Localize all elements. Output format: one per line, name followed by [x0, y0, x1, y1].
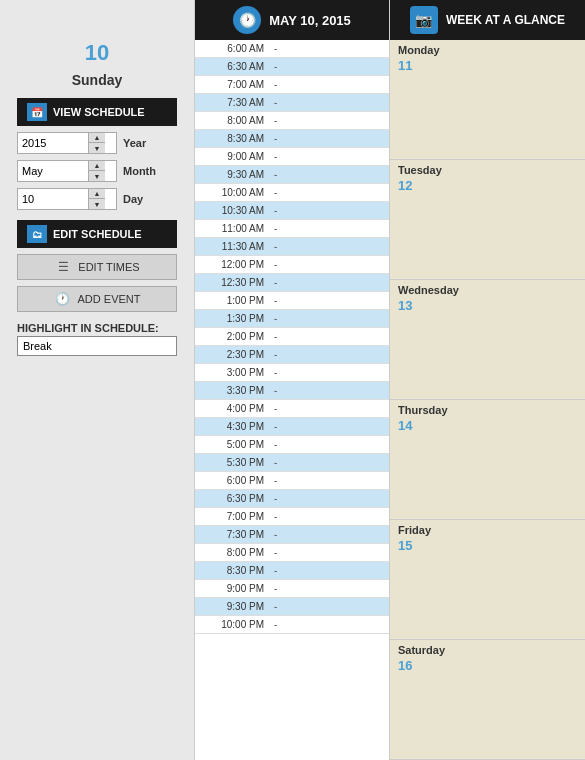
month-spinner[interactable]: ▲ ▼ — [17, 160, 117, 182]
time-label: 5:30 PM — [195, 457, 270, 468]
week-day-number: 15 — [398, 538, 577, 553]
week-panel: 📷 WEEK AT A GLANCE Monday11Tuesday12Wedn… — [390, 0, 585, 760]
edit-schedule-button[interactable]: 🗂 EDIT SCHEDULE — [17, 220, 177, 248]
time-label: 1:00 PM — [195, 295, 270, 306]
time-row: 6:30 AM- — [195, 58, 389, 76]
time-label: 9:30 AM — [195, 169, 270, 180]
time-label: 8:30 AM — [195, 133, 270, 144]
highlight-section: HIGHLIGHT IN SCHEDULE: Break — [17, 322, 177, 356]
day-down-arrow[interactable]: ▼ — [89, 199, 105, 209]
week-day-name: Friday — [398, 524, 577, 536]
week-header: 📷 WEEK AT A GLANCE — [390, 0, 585, 40]
time-content: - — [270, 475, 389, 486]
time-row: 1:00 PM- — [195, 292, 389, 310]
time-row: 10:30 AM- — [195, 202, 389, 220]
day-input[interactable] — [18, 191, 88, 207]
time-label: 3:30 PM — [195, 385, 270, 396]
time-row: 7:30 PM- — [195, 526, 389, 544]
time-content: - — [270, 619, 389, 630]
time-label: 8:00 PM — [195, 547, 270, 558]
month-input[interactable] — [18, 163, 88, 179]
time-label: 4:00 PM — [195, 403, 270, 414]
time-content: - — [270, 187, 389, 198]
time-content: - — [270, 493, 389, 504]
month-arrows[interactable]: ▲ ▼ — [88, 161, 105, 181]
time-content: - — [270, 349, 389, 360]
edit-times-label: EDIT TIMES — [78, 261, 139, 273]
edit-schedule-icon: 🗂 — [27, 225, 47, 243]
time-row: 11:30 AM- — [195, 238, 389, 256]
time-label: 3:00 PM — [195, 367, 270, 378]
time-label: 5:00 PM — [195, 439, 270, 450]
time-label: 2:00 PM — [195, 331, 270, 342]
day-up-arrow[interactable]: ▲ — [89, 189, 105, 199]
week-day: Wednesday13 — [390, 280, 585, 400]
add-event-label: ADD EVENT — [78, 293, 141, 305]
time-content: - — [270, 565, 389, 576]
time-label: 10:00 AM — [195, 187, 270, 198]
time-label: 2:30 PM — [195, 349, 270, 360]
time-label: 11:00 AM — [195, 223, 270, 234]
week-day-name: Wednesday — [398, 284, 577, 296]
time-label: 12:00 PM — [195, 259, 270, 270]
month-field-group: ▲ ▼ Month — [17, 160, 177, 182]
time-label: 10:00 PM — [195, 619, 270, 630]
time-row: 8:30 AM- — [195, 130, 389, 148]
week-day: Thursday14 — [390, 400, 585, 520]
time-content: - — [270, 97, 389, 108]
year-up-arrow[interactable]: ▲ — [89, 133, 105, 143]
view-schedule-label: VIEW SCHEDULE — [53, 106, 145, 118]
time-row: 4:30 PM- — [195, 418, 389, 436]
time-content: - — [270, 79, 389, 90]
time-row: 3:00 PM- — [195, 364, 389, 382]
year-arrows[interactable]: ▲ ▼ — [88, 133, 105, 153]
schedule-date: MAY 10, 2015 — [269, 13, 351, 28]
time-row: 9:30 AM- — [195, 166, 389, 184]
time-label: 1:30 PM — [195, 313, 270, 324]
time-row: 2:30 PM- — [195, 346, 389, 364]
time-content: - — [270, 511, 389, 522]
time-label: 6:00 PM — [195, 475, 270, 486]
calendar-icon: 📅 — [27, 103, 47, 121]
day-field-group: ▲ ▼ Day — [17, 188, 177, 210]
time-row: 8:00 PM- — [195, 544, 389, 562]
time-content: - — [270, 529, 389, 540]
schedule-panel: 🕐 MAY 10, 2015 6:00 AM-6:30 AM-7:00 AM-7… — [195, 0, 390, 760]
add-event-button[interactable]: 🕐 ADD EVENT — [17, 286, 177, 312]
view-schedule-button[interactable]: 📅 VIEW SCHEDULE — [17, 98, 177, 126]
left-panel: 10 Sunday 📅 VIEW SCHEDULE ▲ ▼ Year ▲ ▼ M… — [0, 0, 195, 760]
time-label: 10:30 AM — [195, 205, 270, 216]
time-label: 6:30 PM — [195, 493, 270, 504]
year-input[interactable] — [18, 135, 88, 151]
time-label: 9:00 PM — [195, 583, 270, 594]
time-label: 8:30 PM — [195, 565, 270, 576]
week-day: Friday15 — [390, 520, 585, 640]
month-up-arrow[interactable]: ▲ — [89, 161, 105, 171]
week-day-name: Tuesday — [398, 164, 577, 176]
day-spinner[interactable]: ▲ ▼ — [17, 188, 117, 210]
time-content: - — [270, 331, 389, 342]
time-label: 11:30 AM — [195, 241, 270, 252]
time-content: - — [270, 115, 389, 126]
edit-times-button[interactable]: ☰ EDIT TIMES — [17, 254, 177, 280]
time-row: 4:00 PM- — [195, 400, 389, 418]
month-down-arrow[interactable]: ▼ — [89, 171, 105, 181]
clock-icon: 🕐 — [233, 6, 261, 34]
year-spinner[interactable]: ▲ ▼ — [17, 132, 117, 154]
time-content: - — [270, 295, 389, 306]
highlight-value: Break — [17, 336, 177, 356]
day-arrows[interactable]: ▲ ▼ — [88, 189, 105, 209]
time-content: - — [270, 241, 389, 252]
time-content: - — [270, 547, 389, 558]
schedule-header: 🕐 MAY 10, 2015 — [195, 0, 389, 40]
time-rows: 6:00 AM-6:30 AM-7:00 AM-7:30 AM-8:00 AM-… — [195, 40, 389, 760]
year-down-arrow[interactable]: ▼ — [89, 143, 105, 153]
time-row: 9:00 PM- — [195, 580, 389, 598]
time-row: 10:00 PM- — [195, 616, 389, 634]
time-label: 12:30 PM — [195, 277, 270, 288]
day-label: Day — [123, 193, 173, 205]
week-day-name: Monday — [398, 44, 577, 56]
time-row: 6:30 PM- — [195, 490, 389, 508]
time-content: - — [270, 385, 389, 396]
year-label: Year — [123, 137, 173, 149]
